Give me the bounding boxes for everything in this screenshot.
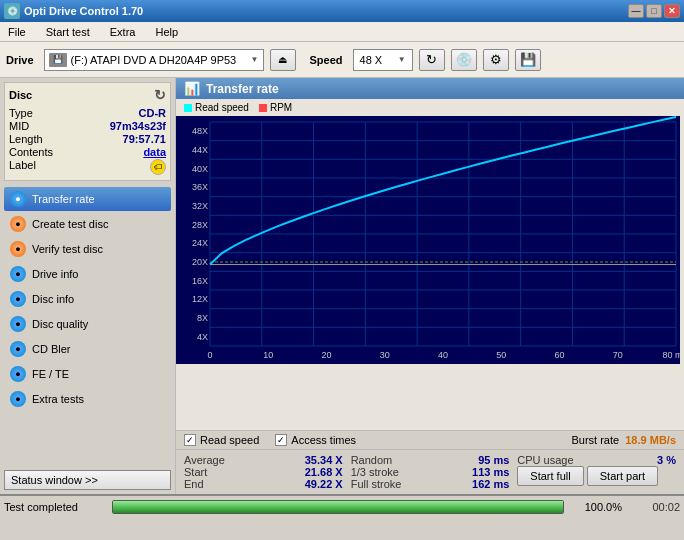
random-value: 95 ms bbox=[478, 454, 509, 466]
legend-cyan-dot bbox=[184, 104, 192, 112]
title-bar-left: 💿 Opti Drive Control 1.70 bbox=[4, 3, 143, 19]
cpu-row: CPU usage 3 % bbox=[517, 454, 676, 466]
cpu-value: 3 % bbox=[657, 454, 676, 466]
sidebar-item-drive-info[interactable]: ● Drive info bbox=[4, 262, 171, 286]
start-label: Start bbox=[184, 466, 207, 478]
sidebar-item-verify-test-disc[interactable]: ● Verify test disc bbox=[4, 237, 171, 261]
nav-icon-verify: ● bbox=[10, 241, 26, 257]
disc-contents-label: Contents bbox=[9, 146, 53, 158]
nav-icon-drive: ● bbox=[10, 266, 26, 282]
sidebar-item-disc-info[interactable]: ● Disc info bbox=[4, 287, 171, 311]
sidebar-item-extra-tests[interactable]: ● Extra tests bbox=[4, 387, 171, 411]
refresh-button[interactable]: ↻ bbox=[419, 49, 445, 71]
average-row: Average 35.34 X bbox=[184, 454, 343, 466]
nav-icon-cd-bler: ● bbox=[10, 341, 26, 357]
close-button[interactable]: ✕ bbox=[664, 4, 680, 18]
menu-bar: File Start test Extra Help bbox=[0, 22, 684, 42]
disc-length-value: 79:57.71 bbox=[123, 133, 166, 145]
disc-label-label: Label bbox=[9, 159, 36, 175]
end-value: 49.22 X bbox=[305, 478, 343, 490]
start-part-button[interactable]: Start part bbox=[587, 466, 658, 486]
eject-icon: ⏏ bbox=[278, 54, 287, 65]
eject-button[interactable]: ⏏ bbox=[270, 49, 296, 71]
stroke13-row: 1/3 stroke 113 ms bbox=[351, 466, 510, 478]
chart-legend: Read speed RPM bbox=[176, 99, 684, 116]
speed-combo[interactable]: 48 X ▼ bbox=[353, 49, 413, 71]
nav-icon-transfer: ● bbox=[10, 191, 26, 207]
title-bar: 💿 Opti Drive Control 1.70 — □ ✕ bbox=[0, 0, 684, 22]
progress-bar bbox=[112, 500, 564, 514]
nav-label-drive-info: Drive info bbox=[32, 268, 78, 280]
menu-extra[interactable]: Extra bbox=[106, 24, 140, 40]
disc-header-label: Disc bbox=[9, 89, 32, 101]
maximize-button[interactable]: □ bbox=[646, 4, 662, 18]
sidebar-item-create-test-disc[interactable]: ● Create test disc bbox=[4, 212, 171, 236]
nav-label-fe-te: FE / TE bbox=[32, 368, 69, 380]
cpu-label: CPU usage bbox=[517, 454, 573, 466]
legend-rpm-label: RPM bbox=[270, 102, 292, 113]
sidebar-item-fe-te[interactable]: ● FE / TE bbox=[4, 362, 171, 386]
save-button[interactable]: 💾 bbox=[515, 49, 541, 71]
sidebar-nav: ● Transfer rate ● Create test disc ● Ver… bbox=[0, 185, 175, 466]
nav-label-disc-quality: Disc quality bbox=[32, 318, 88, 330]
progress-bar-fill bbox=[113, 501, 563, 513]
speed-value: 48 X bbox=[360, 54, 383, 66]
menu-file[interactable]: File bbox=[4, 24, 30, 40]
speed-combo-arrow: ▼ bbox=[398, 55, 406, 64]
menu-help[interactable]: Help bbox=[151, 24, 182, 40]
disc-type-row: Type CD-R bbox=[9, 107, 166, 119]
disc-type-label: Type bbox=[9, 107, 33, 119]
stroke13-label: 1/3 stroke bbox=[351, 466, 399, 478]
legend-read-speed: Read speed bbox=[184, 102, 249, 113]
chart-title: Transfer rate bbox=[206, 82, 279, 96]
disc-refresh-button[interactable]: ↻ bbox=[154, 87, 166, 103]
access-times-check-label: Access times bbox=[291, 434, 356, 446]
settings-button[interactable]: ⚙ bbox=[483, 49, 509, 71]
disc-contents-value[interactable]: data bbox=[143, 146, 166, 158]
stats-col2: Random 95 ms 1/3 stroke 113 ms Full stro… bbox=[351, 454, 510, 490]
drive-combo[interactable]: 💾 (F:) ATAPI DVD A DH20A4P 9P53 ▼ bbox=[44, 49, 264, 71]
disc-mid-label: MID bbox=[9, 120, 29, 132]
disc-header: Disc ↻ bbox=[9, 87, 166, 103]
start-full-button[interactable]: Start full bbox=[517, 466, 583, 486]
title-bar-buttons: — □ ✕ bbox=[628, 4, 680, 18]
disc-mid-row: MID 97m34s23f bbox=[9, 120, 166, 132]
read-speed-checkbox[interactable]: ✓ Read speed bbox=[184, 434, 259, 446]
app-icon: 💿 bbox=[4, 3, 20, 19]
end-row: End 49.22 X bbox=[184, 478, 343, 490]
nav-icon-fe-te: ● bbox=[10, 366, 26, 382]
sidebar-item-disc-quality[interactable]: ● Disc quality bbox=[4, 312, 171, 336]
disc-button[interactable]: 💿 bbox=[451, 49, 477, 71]
checkboxes-row: ✓ Read speed ✓ Access times Burst rate 1… bbox=[176, 430, 684, 449]
minimize-button[interactable]: — bbox=[628, 4, 644, 18]
status-bar: Test completed 100.0% 00:02 bbox=[0, 494, 684, 518]
stats-col1: Average 35.34 X Start 21.68 X End 49.22 … bbox=[184, 454, 343, 490]
menu-start-test[interactable]: Start test bbox=[42, 24, 94, 40]
nav-label-extra-tests: Extra tests bbox=[32, 393, 84, 405]
start-row: Start 21.68 X bbox=[184, 466, 343, 478]
nav-label-cd-bler: CD Bler bbox=[32, 343, 71, 355]
toolbar: Drive 💾 (F:) ATAPI DVD A DH20A4P 9P53 ▼ … bbox=[0, 42, 684, 78]
sidebar-item-transfer-rate[interactable]: ● Transfer rate bbox=[4, 187, 171, 211]
average-value: 35.34 X bbox=[305, 454, 343, 466]
disc-type-value: CD-R bbox=[139, 107, 167, 119]
nav-icon-disc-info: ● bbox=[10, 291, 26, 307]
status-window-button[interactable]: Status window >> bbox=[4, 470, 171, 490]
stats-area: Average 35.34 X Start 21.68 X End 49.22 … bbox=[176, 449, 684, 494]
sidebar-item-cd-bler[interactable]: ● CD Bler bbox=[4, 337, 171, 361]
legend-rpm: RPM bbox=[259, 102, 292, 113]
read-speed-check-box: ✓ bbox=[184, 434, 196, 446]
full-stroke-value: 162 ms bbox=[472, 478, 509, 490]
nav-icon-extra: ● bbox=[10, 391, 26, 407]
chart-wrapper bbox=[176, 116, 684, 430]
chart-area: 📊 Transfer rate Read speed RPM ✓ Read sp… bbox=[176, 78, 684, 494]
disc-label-icon: 🏷 bbox=[150, 159, 166, 175]
sidebar: Disc ↻ Type CD-R MID 97m34s23f Length 79… bbox=[0, 78, 176, 494]
random-label: Random bbox=[351, 454, 393, 466]
legend-read-label: Read speed bbox=[195, 102, 249, 113]
disc-mid-value: 97m34s23f bbox=[110, 120, 166, 132]
access-times-checkbox[interactable]: ✓ Access times bbox=[275, 434, 356, 446]
progress-percentage: 100.0% bbox=[572, 501, 622, 513]
full-stroke-label: Full stroke bbox=[351, 478, 402, 490]
time-display: 00:02 bbox=[630, 501, 680, 513]
